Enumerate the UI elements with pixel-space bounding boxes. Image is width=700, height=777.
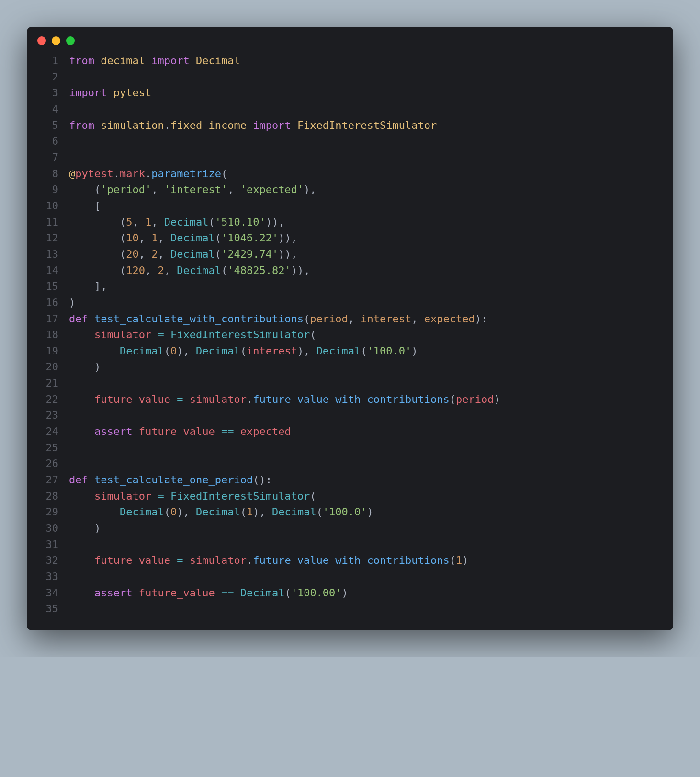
line-number: 22 <box>27 391 69 408</box>
code-window: 1from decimal import Decimal 2 3import p… <box>27 27 673 630</box>
code-line: 35 <box>27 601 662 617</box>
code-line: 34 assert future_value == Decimal('100.0… <box>27 585 662 601</box>
window-titlebar <box>27 27 673 49</box>
code-line: 12 (10, 1, Decimal('1046.22')), <box>27 230 662 246</box>
code-line: 32 future_value = simulator.future_value… <box>27 552 662 569</box>
line-number: 19 <box>27 343 69 359</box>
line-number: 18 <box>27 327 69 343</box>
maximize-icon[interactable] <box>66 36 75 45</box>
line-number: 6 <box>27 133 69 149</box>
code-line: 22 future_value = simulator.future_value… <box>27 391 662 408</box>
code-line: 11 (5, 1, Decimal('510.10')), <box>27 214 662 230</box>
code-line: 21 <box>27 375 662 391</box>
line-number: 17 <box>27 311 69 327</box>
line-number: 5 <box>27 117 69 134</box>
code-line: 13 (20, 2, Decimal('2429.74')), <box>27 246 662 263</box>
code-line: 26 <box>27 456 662 472</box>
line-number: 10 <box>27 198 69 214</box>
line-number: 26 <box>27 456 69 472</box>
code-line: 25 <box>27 440 662 456</box>
code-line: 2 <box>27 69 662 85</box>
line-number: 21 <box>27 375 69 391</box>
code-line: 17def test_calculate_with_contributions(… <box>27 311 662 327</box>
line-number: 3 <box>27 85 69 101</box>
code-line: 14 (120, 2, Decimal('48825.82')), <box>27 263 662 279</box>
line-number: 7 <box>27 149 69 166</box>
line-number: 9 <box>27 182 69 198</box>
line-number: 35 <box>27 601 69 617</box>
line-number: 4 <box>27 101 69 117</box>
code-line: 10 [ <box>27 198 662 214</box>
line-number: 30 <box>27 520 69 537</box>
code-line: 9 ('period', 'interest', 'expected'), <box>27 182 662 198</box>
line-number: 23 <box>27 407 69 423</box>
line-number: 34 <box>27 585 69 601</box>
code-line: 24 assert future_value == expected <box>27 423 662 440</box>
minimize-icon[interactable] <box>52 36 60 45</box>
line-number: 15 <box>27 278 69 295</box>
code-line: 28 simulator = FixedInterestSimulator( <box>27 488 662 504</box>
line-number: 13 <box>27 246 69 263</box>
code-line: 19 Decimal(0), Decimal(interest), Decima… <box>27 343 662 359</box>
code-line: 4 <box>27 101 662 117</box>
code-line: 7 <box>27 149 662 166</box>
code-line: 15 ], <box>27 278 662 295</box>
code-line: 20 ) <box>27 359 662 375</box>
line-number: 20 <box>27 359 69 375</box>
line-number: 16 <box>27 295 69 311</box>
line-number: 11 <box>27 214 69 230</box>
line-number: 33 <box>27 569 69 585</box>
line-number: 24 <box>27 423 69 440</box>
code-line: 29 Decimal(0), Decimal(1), Decimal('100.… <box>27 504 662 520</box>
line-number: 2 <box>27 69 69 85</box>
line-number: 29 <box>27 504 69 520</box>
code-line: 3import pytest <box>27 85 662 101</box>
code-line: 33 <box>27 569 662 585</box>
code-line: 8@pytest.mark.parametrize( <box>27 166 662 182</box>
line-number: 32 <box>27 552 69 569</box>
line-number: 27 <box>27 472 69 488</box>
line-number: 28 <box>27 488 69 504</box>
close-icon[interactable] <box>37 36 46 45</box>
code-line: 6 <box>27 133 662 149</box>
code-line: 23 <box>27 407 662 423</box>
code-line: 31 <box>27 537 662 553</box>
code-line: 1from decimal import Decimal <box>27 53 662 69</box>
code-line: 18 simulator = FixedInterestSimulator( <box>27 327 662 343</box>
line-number: 1 <box>27 53 69 69</box>
code-line: 16) <box>27 295 662 311</box>
code-line: 30 ) <box>27 520 662 537</box>
line-number: 31 <box>27 537 69 553</box>
line-number: 25 <box>27 440 69 456</box>
line-number: 8 <box>27 166 69 182</box>
code-line: 27def test_calculate_one_period(): <box>27 472 662 488</box>
line-number: 12 <box>27 230 69 246</box>
line-number: 14 <box>27 263 69 279</box>
code-line: 5from simulation.fixed_income import Fix… <box>27 117 662 134</box>
code-editor[interactable]: 1from decimal import Decimal 2 3import p… <box>27 49 673 630</box>
